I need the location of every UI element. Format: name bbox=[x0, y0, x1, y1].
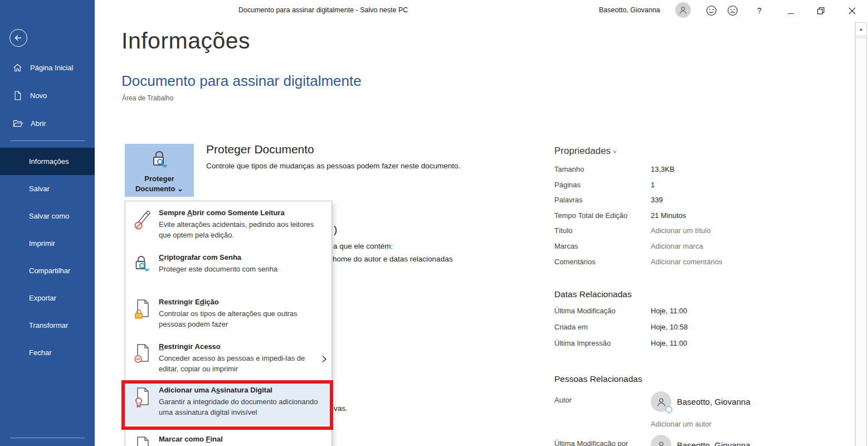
menu-item-title: Adicionar uma Assinatura Digital bbox=[159, 385, 319, 395]
account-avatar[interactable] bbox=[675, 2, 691, 18]
menu-item-criptografar-com-senha[interactable]: Criptografar com Senha Proteger este doc… bbox=[125, 250, 331, 277]
feedback-smile-button[interactable] bbox=[705, 4, 718, 17]
smiley-icon bbox=[705, 4, 718, 17]
property-label: Palavras bbox=[554, 196, 651, 204]
date-row: Última Modificação Hoje, 11:00 bbox=[554, 307, 784, 323]
menu-item-title: Sempre Abrir como Somente Leitura bbox=[159, 208, 319, 218]
person-icon bbox=[655, 439, 667, 446]
menu-item-restringir-acesso[interactable]: Restringir Acesso Conceder acesso às pes… bbox=[125, 340, 331, 376]
properties-header[interactable]: Propriedades˅ bbox=[554, 146, 784, 157]
property-value-placeholder[interactable]: Adicionar comentários bbox=[651, 258, 723, 266]
menu-item-description: Garantir a integridade do documento adic… bbox=[159, 396, 319, 418]
modifier-name: Baseotto, Giovanna bbox=[677, 440, 750, 446]
menu-item-sempre-abrir-somente-leitura[interactable]: Sempre Abrir como Somente Leitura Evite … bbox=[125, 206, 331, 243]
proteger-documento-menu: Sempre Abrir como Somente Leitura Evite … bbox=[125, 201, 332, 446]
proteger-documento-button[interactable]: Proteger Documento ⌄ bbox=[125, 144, 194, 197]
minimize-button[interactable] bbox=[784, 4, 797, 17]
document-lock-icon bbox=[133, 298, 152, 319]
property-value: 21 Minutos bbox=[651, 211, 686, 220]
scrollbar-thumb[interactable] bbox=[855, 37, 867, 446]
lock-key-icon bbox=[149, 149, 169, 172]
menu-item-title: Criptografar com Senha bbox=[159, 253, 319, 263]
restore-button[interactable] bbox=[815, 4, 827, 17]
document-signature-icon bbox=[133, 386, 152, 408]
close-button[interactable] bbox=[846, 4, 858, 17]
help-button[interactable]: ? bbox=[753, 4, 765, 17]
account-name[interactable]: Baseotto, Giovanna bbox=[599, 6, 660, 14]
property-label: Título bbox=[554, 226, 651, 235]
property-value: 13,3KB bbox=[651, 165, 675, 173]
back-arrow-icon bbox=[14, 33, 23, 42]
document-final-icon bbox=[133, 435, 152, 446]
restore-icon bbox=[817, 7, 825, 14]
minimize-icon bbox=[788, 13, 794, 14]
property-row: Título Adicionar um título bbox=[554, 226, 784, 242]
author-name: Baseotto, Giovanna bbox=[677, 397, 750, 406]
protect-button-label2: Documento ⌄ bbox=[135, 184, 183, 194]
property-row: Comentários Adicionar comentários bbox=[554, 258, 784, 273]
date-row: Última Impressão Hoje, 11:00 bbox=[554, 339, 784, 355]
author-label: Autor bbox=[554, 391, 651, 412]
menu-item-marcar-como-final[interactable]: Marcar como Final bbox=[125, 432, 331, 446]
modifier-avatar bbox=[651, 435, 671, 446]
add-author-field[interactable]: Adicionar um autor bbox=[651, 420, 784, 428]
pencil-blocked-icon bbox=[133, 209, 152, 230]
window-title: Documento para assinar digitalmente - Sa… bbox=[238, 6, 408, 14]
sidebar-item-exportar[interactable]: Exportar bbox=[0, 284, 95, 312]
author-row: Autor Baseotto, Giovanna bbox=[554, 391, 784, 412]
property-row: Marcas Adicionar marca bbox=[554, 242, 784, 258]
menu-item-adicionar-assinatura-digital[interactable]: Adicionar uma Assinatura Digital Garanti… bbox=[125, 383, 331, 425]
date-value: Hoje, 11:00 bbox=[651, 307, 687, 315]
sidebar-item-imprimir[interactable]: Imprimir bbox=[0, 230, 95, 257]
modifier-chip[interactable]: Baseotto, Giovanna bbox=[651, 435, 750, 446]
person-icon bbox=[677, 4, 689, 16]
sidebar-item-informacoes[interactable]: Informações bbox=[0, 148, 95, 175]
covered-text-fragment: home do autor e datas relacionadas bbox=[333, 255, 452, 263]
property-label: Marcas bbox=[554, 242, 651, 250]
presence-status-icon bbox=[665, 406, 672, 413]
sidebar-item-salvar[interactable]: Salvar bbox=[0, 175, 95, 202]
sidebar-item-pagina-inicial[interactable]: Página Inicial bbox=[0, 54, 95, 81]
sidebar-item-compartilhar[interactable]: Compartilhar bbox=[0, 257, 95, 284]
covered-text-fragment: vas. bbox=[334, 404, 348, 413]
sidebar-item-novo[interactable]: Novo bbox=[0, 81, 95, 109]
date-label: Criada em bbox=[554, 323, 651, 331]
document-restrict-icon bbox=[133, 343, 152, 364]
titlebar: Documento para assinar digitalmente - Sa… bbox=[95, 0, 868, 21]
date-row: Criada em Hoje, 10:58 bbox=[554, 323, 784, 339]
sidebar-divider bbox=[10, 438, 85, 438]
menu-item-title: Restringir Edição bbox=[159, 297, 319, 307]
feedback-frown-button[interactable] bbox=[726, 4, 739, 17]
sidebar-item-label: Novo bbox=[30, 91, 47, 100]
property-value-placeholder[interactable]: Adicionar marca bbox=[651, 242, 703, 250]
sidebar-item-label: Abrir bbox=[31, 119, 46, 128]
sidebar-item-fechar[interactable]: Fechar bbox=[0, 339, 95, 366]
sidebar-item-transformar[interactable]: Transformar bbox=[0, 312, 95, 339]
close-icon bbox=[849, 7, 856, 14]
protect-section-heading: Proteger Documento bbox=[206, 143, 314, 156]
person-icon bbox=[655, 396, 667, 408]
property-label: Tempo Total de Edição bbox=[554, 211, 651, 220]
sidebar-item-abrir[interactable]: Abrir bbox=[0, 109, 95, 137]
open-folder-icon bbox=[12, 118, 23, 129]
property-row: Páginas 1 bbox=[554, 181, 784, 196]
scroll-up-button[interactable]: ▲ bbox=[855, 22, 867, 36]
menu-item-title: Restringir Acesso bbox=[159, 342, 319, 352]
date-value: Hoje, 11:00 bbox=[651, 339, 687, 347]
property-label: Comentários bbox=[554, 258, 651, 266]
menu-item-restringir-edicao[interactable]: Restringir Edição Controlar os tipos de … bbox=[125, 295, 331, 332]
author-chip[interactable]: Baseotto, Giovanna bbox=[651, 391, 750, 412]
related-dates-header: Datas Relacionadas bbox=[554, 289, 784, 299]
menu-item-description: Proteger este documento com senha bbox=[159, 264, 319, 274]
back-button[interactable] bbox=[9, 29, 27, 47]
menu-item-description: Evite alterações acidentais, pedindo aos… bbox=[159, 219, 319, 240]
covered-text-fragment: a que ele contém: bbox=[333, 242, 393, 250]
sidebar-item-salvar-como[interactable]: Salvar como bbox=[0, 202, 95, 230]
property-row: Palavras 339 bbox=[554, 196, 784, 211]
property-value: 339 bbox=[651, 196, 663, 204]
lock-key-icon bbox=[133, 254, 152, 275]
property-value-placeholder[interactable]: Adicionar um título bbox=[651, 226, 711, 235]
document-location: Área de Trabalho bbox=[122, 94, 173, 102]
sidebar-divider bbox=[10, 140, 85, 141]
vertical-scrollbar: ▲ bbox=[855, 22, 867, 446]
